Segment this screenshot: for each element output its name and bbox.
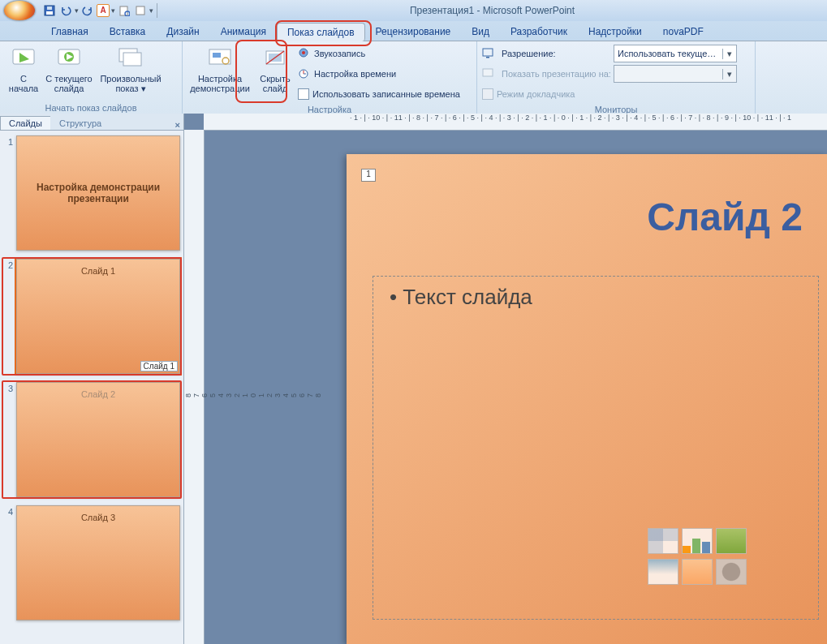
insert-clipart-icon[interactable] (682, 559, 713, 585)
quick-access-toolbar: ▾ A ▾ ▾ (39, 3, 157, 18)
show-on-label: Показать презентацию на: (502, 69, 607, 79)
from-current-icon (55, 45, 83, 72)
tab-review[interactable]: Рецензирование (365, 22, 462, 41)
hide-slide-icon (261, 45, 289, 72)
custom-slideshow-icon (117, 45, 144, 72)
insert-chart-icon[interactable] (682, 528, 713, 554)
placeholder-icons (648, 528, 745, 585)
thumbnail-list: 1 Настройка демонстрации презентации 2 С… (0, 131, 183, 644)
show-on-icon (482, 67, 495, 80)
svg-rect-3 (120, 6, 127, 15)
slide-editor: · 1 · | · 10 · | · 11 · | · 8 · | · 7 · … (184, 114, 827, 644)
thumbnail[interactable]: 2 Слайд 1 Слайд 1 (3, 259, 180, 374)
checkbox-icon (298, 88, 309, 100)
svg-rect-1 (46, 11, 53, 15)
svg-rect-25 (486, 57, 489, 58)
tab-home[interactable]: Главная (41, 22, 99, 41)
chevron-down-icon: ▾ (722, 49, 736, 59)
setup-slideshow-icon (206, 45, 234, 72)
ribbon: Сначала С текущегослайда Произвольныйпок… (0, 41, 827, 115)
content-placeholder[interactable]: Текст слайда (373, 276, 819, 620)
thumbnail-preview: Слайд 3 (16, 505, 180, 620)
page-number: 1 (361, 169, 376, 182)
print-preview-icon[interactable] (117, 3, 131, 18)
thumbnail[interactable]: 3 Слайд 2 (3, 382, 180, 497)
presenter-view-checkbox[interactable]: Режим докладчика (482, 85, 575, 103)
svg-rect-24 (483, 49, 493, 56)
panel-tab-outline[interactable]: Структура (50, 116, 110, 130)
tab-novapdf[interactable]: novaPDF (653, 22, 714, 41)
save-icon[interactable] (42, 3, 57, 18)
horizontal-ruler: · 1 · | · 10 · | · 11 · | · 8 · | · 7 · … (204, 114, 827, 131)
panel-tabs: Слайды Структура × (0, 114, 183, 131)
text-a-icon[interactable]: A (97, 4, 110, 17)
svg-rect-26 (483, 69, 493, 76)
tab-developer[interactable]: Разработчик (500, 22, 578, 41)
dropdown-icon[interactable]: ▾ (75, 6, 79, 15)
panel-close-button[interactable]: × (175, 120, 180, 130)
undo-icon[interactable] (58, 3, 73, 18)
chevron-down-icon: ▾ (722, 69, 736, 79)
new-slide-icon[interactable] (133, 3, 148, 18)
show-on-combo: ▾ (614, 65, 737, 83)
tab-addins[interactable]: Надстройки (578, 22, 653, 41)
thumbnail-preview: Настройка демонстрации презентации (16, 135, 180, 251)
vertical-ruler: 87654321012345678 (184, 130, 205, 644)
thumbnail-tooltip: Слайд 1 (140, 361, 178, 371)
resolution-icon (482, 47, 495, 60)
tab-insert[interactable]: Вставка (99, 22, 157, 41)
record-narration-button[interactable]: Звукозапись (298, 45, 460, 62)
group-label: Начать показ слайдов (5, 101, 177, 114)
use-timings-checkbox[interactable]: Использовать записанные времена (298, 85, 460, 103)
redo-icon[interactable] (80, 3, 95, 18)
custom-slideshow-button[interactable]: Произвольныйпоказ ▾ (96, 43, 166, 95)
group-monitors: Разрешение: Использовать текуще…▾ Показа… (477, 41, 756, 114)
svg-rect-5 (136, 6, 144, 15)
resolution-combo[interactable]: Использовать текуще…▾ (614, 45, 737, 62)
rehearse-timings-button[interactable]: Настройка времени (298, 65, 460, 83)
from-beginning-button[interactable]: Сначала (5, 43, 42, 95)
insert-table-icon[interactable] (648, 528, 678, 554)
svg-rect-12 (123, 53, 141, 66)
group-setup: Настройкадемонстрации Скрытьслайд Звукоз… (183, 41, 477, 114)
ribbon-tabs: Главная Вставка Дизайн Анимация Показ сл… (0, 21, 827, 41)
group-start-slideshow: Сначала С текущегослайда Произвольныйпок… (0, 41, 183, 114)
window-title: Презентация1 - Microsoft PowerPoint (161, 5, 824, 16)
resolution-label: Разрешение: (502, 49, 607, 58)
from-current-button[interactable]: С текущегослайда (45, 43, 93, 95)
record-narration-icon (298, 47, 311, 60)
slide-panel: Слайды Структура × 1 Настройка демонстра… (0, 114, 184, 644)
title-bar: ▾ A ▾ ▾ Презентация1 - Microsoft PowerPo… (0, 0, 827, 21)
insert-smartart-icon[interactable] (716, 528, 747, 554)
checkbox-icon (482, 88, 493, 100)
rehearse-timings-icon (298, 67, 311, 80)
thumbnail[interactable]: 4 Слайд 3 (3, 505, 180, 620)
work-area: Слайды Структура × 1 Настройка демонстра… (0, 114, 827, 644)
qat-dropdown-icon[interactable]: ▾ (149, 6, 153, 15)
slide-canvas[interactable]: 1 Слайд 2 Текст слайда (347, 154, 827, 644)
tab-animation[interactable]: Анимация (210, 22, 277, 41)
thumbnail[interactable]: 1 Настройка демонстрации презентации (3, 135, 180, 251)
hide-slide-button[interactable]: Скрытьслайд (256, 43, 295, 95)
svg-rect-2 (47, 6, 52, 10)
setup-slideshow-button[interactable]: Настройкадемонстрации (187, 43, 252, 95)
slide-title-text[interactable]: Слайд 2 (647, 195, 803, 239)
dropdown-icon[interactable]: ▾ (111, 6, 115, 15)
office-button[interactable] (3, 0, 36, 21)
tab-slideshow[interactable]: Показ слайдов (277, 23, 365, 41)
thumbnail-preview: Слайд 1 Слайд 1 (16, 259, 180, 374)
svg-point-20 (302, 51, 305, 54)
tab-view[interactable]: Вид (461, 22, 500, 41)
tab-design[interactable]: Дизайн (156, 22, 209, 41)
panel-tab-slides[interactable]: Слайды (0, 116, 51, 130)
bullet-text[interactable]: Текст слайда (390, 285, 802, 310)
from-beginning-icon (10, 45, 37, 72)
insert-picture-icon[interactable] (648, 559, 678, 585)
thumbnail-preview: Слайд 2 (16, 382, 180, 497)
svg-rect-14 (213, 53, 221, 58)
insert-media-icon[interactable] (716, 559, 747, 585)
